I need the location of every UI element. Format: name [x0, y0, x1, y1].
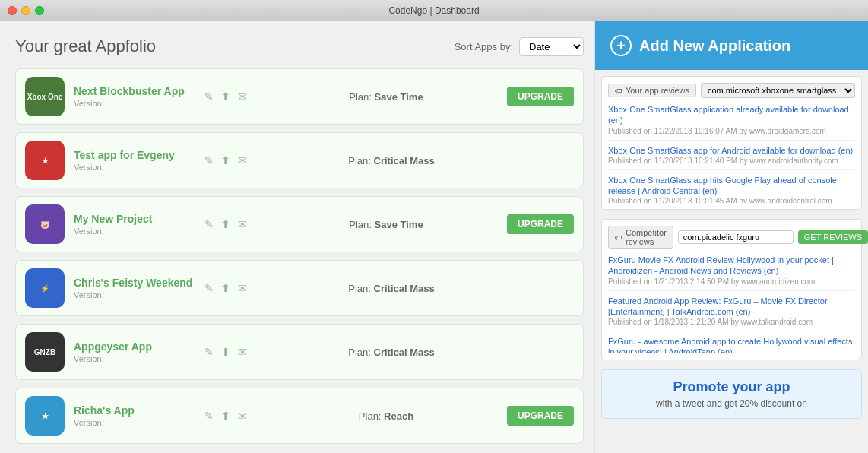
app-list: Xbox OneNext Blockbuster AppVersion:✎⬆✉P… — [15, 68, 584, 444]
upload-icon-my-new-project[interactable]: ⬆ — [221, 218, 230, 230]
app-card-test-evgeny: ★Test app for EvgenyVersion:✎⬆✉Plan: Cri… — [15, 132, 584, 188]
reviews-header: 🏷 Your app reviews com.microsoft.xboxone… — [608, 83, 855, 98]
app-card-richa: ★Richa's AppVersion:✎⬆✉Plan: ReachUPGRAD… — [15, 388, 584, 444]
app-icon-chris-feisty: ⚡ — [25, 268, 65, 308]
app-icon-test-evgeny: ★ — [25, 141, 65, 180]
upgrade-button-my-new-project[interactable]: UPGRADE — [507, 214, 574, 234]
app-icon-my-new-project: 🐷 — [25, 204, 65, 244]
app-name-richa: Richa's App — [74, 404, 195, 417]
upload-icon-appgeyser[interactable]: ⬆ — [221, 346, 230, 358]
edit-icon-my-new-project[interactable]: ✎ — [204, 218, 214, 230]
window-controls — [8, 6, 44, 15]
edit-icon-next-blockbuster[interactable]: ✎ — [204, 90, 214, 103]
review-meta-0: Published on 11/22/2013 10:16:07 AM by w… — [608, 127, 855, 135]
reviews-tab-label: Your app reviews — [626, 86, 689, 95]
edit-icon-chris-feisty[interactable]: ✎ — [204, 282, 214, 294]
portfolio-title: Your great Appfolio — [15, 36, 156, 56]
panel-header: Your great Appfolio Sort Apps by: Date N… — [15, 36, 584, 56]
app-info-my-new-project: My New ProjectVersion: — [74, 213, 195, 236]
window-title: CodeNgo | Dashboard — [388, 5, 479, 16]
sort-select[interactable]: Date Name Plan — [519, 37, 584, 56]
right-panel: + Add New Application 🏷 Your app reviews… — [594, 21, 868, 453]
add-new-label: Add New Application — [639, 37, 790, 55]
app-actions-test-evgeny: ✎⬆✉ — [204, 154, 265, 166]
app-card-next-blockbuster: Xbox OneNext Blockbuster AppVersion:✎⬆✉P… — [15, 68, 584, 125]
edit-icon-test-evgeny[interactable]: ✎ — [204, 154, 214, 166]
upgrade-button-next-blockbuster[interactable]: UPGRADE — [507, 87, 574, 106]
app-card-my-new-project: 🐷My New ProjectVersion:✎⬆✉Plan: Save Tim… — [15, 196, 584, 252]
competitor-tab[interactable]: 🏷 Competitor reviews — [608, 226, 673, 249]
app-name-appgeyser: Appgeyser App — [74, 341, 195, 353]
review-meta-2: Published on 11/20/2013 10:01:45 AM by w… — [608, 197, 855, 203]
app-name-test-evgeny: Test app for Evgeny — [74, 149, 195, 161]
competitor-title-0[interactable]: FxGuru Movie FX Android Review Hollywood… — [608, 255, 855, 277]
upload-icon-chris-feisty[interactable]: ⬆ — [221, 282, 230, 294]
email-icon-chris-feisty[interactable]: ✉ — [238, 282, 247, 294]
competitor-title-1[interactable]: Featured Android App Review: FxGuru – Mo… — [608, 296, 855, 318]
tag-icon-comp: 🏷 — [615, 233, 622, 242]
app-info-next-blockbuster: Next Blockbuster AppVersion: — [74, 85, 195, 108]
app-actions-richa: ✎⬆✉ — [204, 410, 265, 422]
app-icon-richa: ★ — [25, 396, 65, 436]
app-name-next-blockbuster: Next Blockbuster App — [74, 85, 195, 97]
edit-icon-richa[interactable]: ✎ — [204, 410, 214, 422]
competitor-item-1: Featured Android App Review: FxGuru – Mo… — [608, 296, 855, 332]
competitor-tab-label: Competitor reviews — [626, 228, 667, 246]
email-icon-richa[interactable]: ✉ — [238, 410, 247, 422]
app-version-test-evgeny: Version: — [74, 163, 195, 172]
email-icon-test-evgeny[interactable]: ✉ — [238, 154, 247, 166]
competitor-header: 🏷 Competitor reviews GET REVIEWS — [608, 226, 855, 249]
competitor-input[interactable] — [678, 230, 794, 244]
app-plan-my-new-project: Plan: Save Time — [274, 219, 498, 230]
your-reviews-tab[interactable]: 🏷 Your app reviews — [608, 84, 696, 97]
app-plan-next-blockbuster: Plan: Save Time — [274, 91, 498, 103]
app-reviews-select[interactable]: com.microsoft.xboxone smartglass — [701, 83, 855, 98]
competitor-item-2: FxGuru - awesome Android app to create H… — [608, 336, 855, 353]
app-actions-chris-feisty: ✎⬆✉ — [204, 282, 265, 294]
competitor-item-0: FxGuru Movie FX Android Review Hollywood… — [608, 255, 855, 291]
app-reviews-section: 🏷 Your app reviews com.microsoft.xboxone… — [601, 76, 862, 210]
upgrade-button-richa[interactable]: UPGRADE — [507, 406, 574, 426]
sort-bar: Sort Apps by: Date Name Plan — [455, 37, 584, 56]
minimize-button[interactable] — [21, 6, 30, 15]
app-info-richa: Richa's AppVersion: — [74, 404, 195, 427]
titlebar: CodeNgo | Dashboard — [0, 0, 868, 21]
app-card-chris-feisty: ⚡Chris's Feisty WeekendVersion:✎⬆✉Plan: … — [15, 260, 584, 316]
review-item-0: Xbox One SmartGlass application already … — [608, 104, 855, 141]
app-info-chris-feisty: Chris's Feisty WeekendVersion: — [74, 277, 195, 299]
get-reviews-button[interactable]: GET REVIEWS — [798, 230, 868, 244]
add-new-application-button[interactable]: + Add New Application — [595, 21, 868, 70]
tag-icon: 🏷 — [615, 87, 622, 95]
maximize-button[interactable] — [35, 6, 44, 15]
app-actions-my-new-project: ✎⬆✉ — [204, 218, 265, 230]
competitor-meta-1: Published on 1/18/2013 1:21:20 AM by www… — [608, 318, 855, 326]
email-icon-appgeyser[interactable]: ✉ — [238, 346, 247, 358]
plus-icon: + — [610, 35, 632, 56]
competitor-reviews-section: 🏷 Competitor reviews GET REVIEWS FxGuru … — [601, 219, 862, 360]
upload-icon-test-evgeny[interactable]: ⬆ — [221, 154, 230, 166]
edit-icon-appgeyser[interactable]: ✎ — [204, 346, 214, 358]
promote-title: Promote your app — [611, 379, 852, 395]
sort-label: Sort Apps by: — [455, 41, 513, 52]
left-panel: Your great Appfolio Sort Apps by: Date N… — [0, 21, 594, 453]
review-title-2[interactable]: Xbox One SmartGlass app hits Google Play… — [608, 175, 855, 197]
app-info-test-evgeny: Test app for EvgenyVersion: — [74, 149, 195, 172]
main-container: Your great Appfolio Sort Apps by: Date N… — [0, 21, 868, 453]
app-version-my-new-project: Version: — [74, 226, 195, 236]
competitor-title-2[interactable]: FxGuru - awesome Android app to create H… — [608, 336, 855, 353]
email-icon-next-blockbuster[interactable]: ✉ — [238, 90, 247, 103]
app-plan-chris-feisty: Plan: Critical Mass — [274, 283, 508, 294]
app-version-chris-feisty: Version: — [74, 290, 195, 299]
email-icon-my-new-project[interactable]: ✉ — [238, 218, 247, 230]
reviews-list: Xbox One SmartGlass application already … — [608, 104, 855, 203]
app-actions-appgeyser: ✎⬆✉ — [204, 346, 265, 358]
app-plan-appgeyser: Plan: Critical Mass — [274, 347, 508, 358]
app-name-chris-feisty: Chris's Feisty Weekend — [74, 277, 195, 289]
app-plan-test-evgeny: Plan: Critical Mass — [274, 155, 508, 166]
app-icon-appgeyser: GNZB — [25, 332, 65, 372]
upload-icon-next-blockbuster[interactable]: ⬆ — [221, 90, 230, 103]
upload-icon-richa[interactable]: ⬆ — [221, 410, 230, 422]
close-button[interactable] — [8, 6, 17, 15]
review-title-0[interactable]: Xbox One SmartGlass application already … — [608, 104, 855, 126]
review-title-1[interactable]: Xbox One SmartGlass app for Android avai… — [608, 145, 855, 156]
